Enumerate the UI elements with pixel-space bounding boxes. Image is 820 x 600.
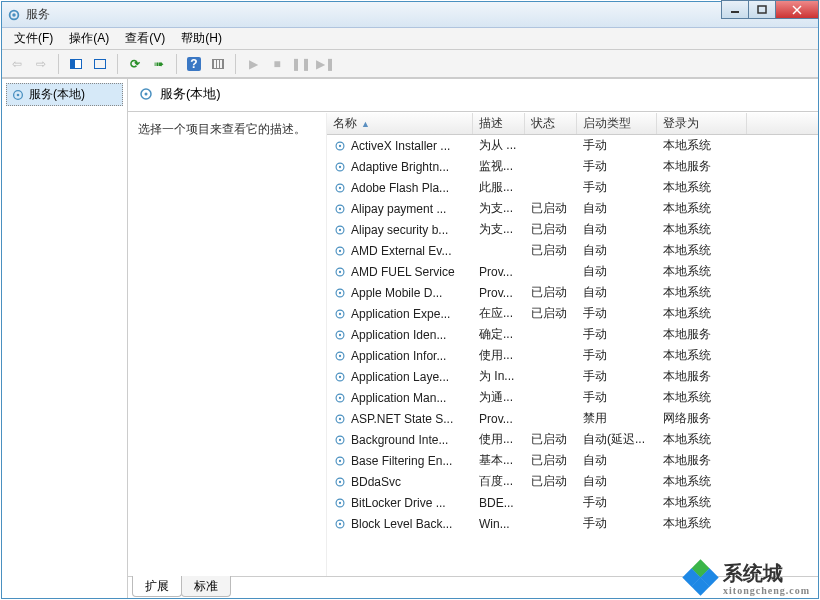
service-logon: 本地服务 — [657, 452, 747, 469]
columns-button[interactable] — [207, 53, 229, 75]
service-row[interactable]: Application Iden...确定...手动本地服务 — [327, 324, 818, 345]
col-status[interactable]: 状态 — [525, 113, 577, 134]
gear-icon — [11, 88, 25, 102]
gear-icon — [333, 202, 347, 216]
service-startup: 自动 — [577, 242, 657, 259]
service-logon: 本地服务 — [657, 368, 747, 385]
service-logon: 本地系统 — [657, 389, 747, 406]
col-logon[interactable]: 登录为 — [657, 113, 747, 134]
stop-service-button[interactable]: ■ — [266, 53, 288, 75]
service-row[interactable]: Application Infor...使用...手动本地系统 — [327, 345, 818, 366]
service-row[interactable]: Block Level Back...Win...手动本地系统 — [327, 513, 818, 534]
svg-point-31 — [339, 354, 341, 356]
service-row[interactable]: BitLocker Drive ...BDE...手动本地系统 — [327, 492, 818, 513]
service-name: Application Laye... — [351, 370, 449, 384]
service-name: Background Inte... — [351, 433, 448, 447]
close-button[interactable] — [775, 0, 819, 19]
svg-point-17 — [339, 207, 341, 209]
service-row[interactable]: Application Expe...在应...已启动手动本地系统 — [327, 303, 818, 324]
svg-point-33 — [339, 375, 341, 377]
tree-root-node[interactable]: 服务(本地) — [6, 83, 123, 106]
show-hide-tree-button[interactable] — [65, 53, 87, 75]
col-description[interactable]: 描述 — [473, 113, 525, 134]
service-status: 已启动 — [525, 284, 577, 301]
service-row[interactable]: Application Laye...为 In...手动本地服务 — [327, 366, 818, 387]
tab-standard[interactable]: 标准 — [181, 576, 231, 597]
service-row[interactable]: Background Inte...使用...已启动自动(延迟...本地系统 — [327, 429, 818, 450]
tab-extended[interactable]: 扩展 — [132, 576, 182, 597]
export-button[interactable]: ➠ — [148, 53, 170, 75]
service-row[interactable]: Alipay payment ...为支...已启动自动本地系统 — [327, 198, 818, 219]
service-startup: 自动 — [577, 284, 657, 301]
service-desc: 此服... — [473, 179, 525, 196]
service-row[interactable]: ASP.NET State S...Prov...禁用网络服务 — [327, 408, 818, 429]
gear-icon — [333, 328, 347, 342]
service-startup: 自动(延迟... — [577, 431, 657, 448]
service-name: Adobe Flash Pla... — [351, 181, 449, 195]
arrow-left-icon: ⇦ — [12, 57, 22, 71]
pause-service-button[interactable]: ❚❚ — [290, 53, 312, 75]
service-name: Block Level Back... — [351, 517, 452, 531]
svg-point-7 — [17, 93, 20, 96]
svg-point-23 — [339, 270, 341, 272]
gear-icon — [333, 517, 347, 531]
list-body[interactable]: ActiveX Installer ...为从 ...手动本地系统Adaptiv… — [327, 135, 818, 576]
menu-file[interactable]: 文件(F) — [6, 30, 61, 47]
service-logon: 本地系统 — [657, 305, 747, 322]
service-row[interactable]: Base Filtering En...基本...已启动自动本地服务 — [327, 450, 818, 471]
service-desc: BDE... — [473, 496, 525, 510]
service-row[interactable]: Adobe Flash Pla...此服...手动本地系统 — [327, 177, 818, 198]
gear-icon — [333, 244, 347, 258]
gear-icon — [333, 475, 347, 489]
service-startup: 手动 — [577, 494, 657, 511]
service-logon: 本地系统 — [657, 137, 747, 154]
menu-help[interactable]: 帮助(H) — [173, 30, 230, 47]
start-service-button[interactable]: ▶ — [242, 53, 264, 75]
service-row[interactable]: AMD External Ev...已启动自动本地系统 — [327, 240, 818, 261]
menu-view[interactable]: 查看(V) — [117, 30, 173, 47]
service-desc: Prov... — [473, 286, 525, 300]
svg-point-27 — [339, 312, 341, 314]
back-button[interactable]: ⇦ — [6, 53, 28, 75]
col-startup[interactable]: 启动类型 — [577, 113, 657, 134]
columns-icon — [212, 59, 224, 69]
svg-point-15 — [339, 186, 341, 188]
refresh-button[interactable]: ⟳ — [124, 53, 146, 75]
service-logon: 本地系统 — [657, 179, 747, 196]
service-desc: Prov... — [473, 265, 525, 279]
service-desc: 百度... — [473, 473, 525, 490]
minimize-button[interactable] — [721, 0, 749, 19]
service-row[interactable]: AMD FUEL ServiceProv...自动本地系统 — [327, 261, 818, 282]
pause-icon: ❚❚ — [291, 57, 311, 71]
service-name: Application Man... — [351, 391, 446, 405]
gear-icon — [333, 412, 347, 426]
service-name: AMD FUEL Service — [351, 265, 455, 279]
service-desc: 使用... — [473, 431, 525, 448]
col-name[interactable]: 名称▲ — [327, 113, 473, 134]
detail-title: 服务(本地) — [160, 85, 221, 103]
service-list: 名称▲ 描述 状态 启动类型 登录为 ActiveX Installer ...… — [326, 113, 818, 576]
service-desc: 为支... — [473, 200, 525, 217]
menu-action[interactable]: 操作(A) — [61, 30, 117, 47]
window-controls — [722, 0, 819, 19]
properties-button[interactable] — [89, 53, 111, 75]
help-button[interactable]: ? — [183, 53, 205, 75]
restart-service-button[interactable]: ▶❚ — [314, 53, 336, 75]
service-row[interactable]: Apple Mobile D...Prov...已启动自动本地系统 — [327, 282, 818, 303]
export-icon: ➠ — [154, 57, 164, 71]
gear-icon — [333, 496, 347, 510]
service-row[interactable]: Application Man...为通...手动本地系统 — [327, 387, 818, 408]
service-row[interactable]: ActiveX Installer ...为从 ...手动本地系统 — [327, 135, 818, 156]
service-row[interactable]: BDdaSvc百度...已启动自动本地系统 — [327, 471, 818, 492]
service-startup: 手动 — [577, 137, 657, 154]
gear-icon — [333, 349, 347, 363]
svg-point-41 — [339, 459, 341, 461]
service-startup: 手动 — [577, 347, 657, 364]
title-bar[interactable]: 服务 — [2, 2, 818, 28]
maximize-button[interactable] — [748, 0, 776, 19]
svg-point-35 — [339, 396, 341, 398]
forward-button[interactable]: ⇨ — [30, 53, 52, 75]
service-row[interactable]: Adaptive Brightn...监视...手动本地服务 — [327, 156, 818, 177]
service-row[interactable]: Alipay security b...为支...已启动自动本地系统 — [327, 219, 818, 240]
svg-point-1 — [12, 13, 16, 17]
